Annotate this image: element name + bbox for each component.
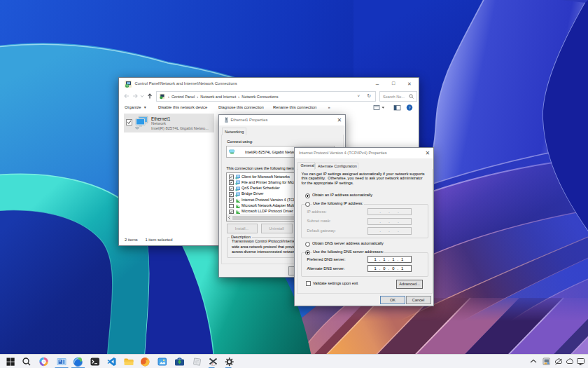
svg-text:?: ? bbox=[408, 105, 410, 110]
